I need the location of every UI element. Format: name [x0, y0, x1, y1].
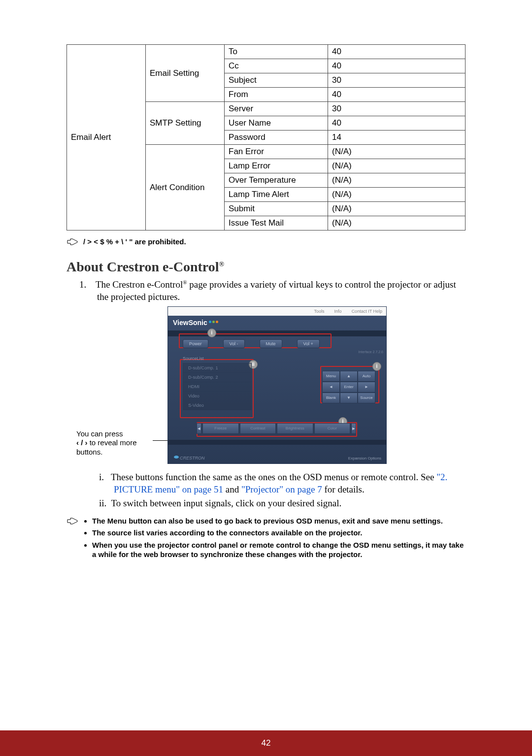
link-contact[interactable]: Contact IT Help	[352, 309, 382, 314]
list-item: ii. To switch between input signals, cli…	[99, 497, 466, 510]
link-tools[interactable]: Tools	[314, 309, 325, 314]
right-button[interactable]: ►	[358, 382, 375, 393]
up-button[interactable]: ▲	[340, 371, 358, 382]
top-links: Tools Info Contact IT Help	[168, 307, 386, 316]
crestron-logo: CRESTRON	[174, 456, 205, 460]
prohibited-chars-note: / > < $ % + \ ' " are prohibited.	[66, 237, 466, 247]
cell-group: SMTP Setting	[146, 102, 225, 145]
pointing-hand-icon	[66, 517, 79, 526]
cell-group: Alert Condition	[146, 145, 225, 230]
reveal-right-button[interactable]: ►	[351, 423, 356, 434]
page-number: 42	[262, 738, 271, 748]
brightness-button[interactable]: Brightness	[277, 423, 313, 434]
reveal-buttons-caption: You can press ‹ / › to reveal more butto…	[76, 429, 153, 457]
interface-version: Interface 2.7.2.6	[358, 350, 383, 354]
page-footer: 42	[0, 730, 532, 756]
mute-button[interactable]: Mute	[260, 339, 282, 348]
link-info[interactable]: Info	[334, 309, 342, 314]
projector-link[interactable]: "Projector" on page 7	[241, 484, 322, 494]
bottom-controls: Freeze Contrast Brightness Color	[202, 423, 350, 434]
power-button[interactable]: Power	[183, 339, 208, 348]
color-button[interactable]: Color	[314, 423, 351, 434]
chevron-icons: ‹ / ›	[76, 438, 88, 447]
contrast-button[interactable]: Contrast	[240, 423, 276, 434]
note-item: The Menu button can also be used to go b…	[92, 517, 466, 526]
callout-badge-i-2: i	[372, 362, 381, 371]
cell-category: Email Alert	[67, 45, 146, 230]
source-item[interactable]: S-Video	[183, 401, 251, 410]
cell-limit: 40	[328, 45, 466, 59]
intro-paragraph: 1. The Crestron e-Control® page provides…	[66, 279, 466, 303]
source-button[interactable]: Source	[358, 393, 375, 403]
note-item: The source list varies according to the …	[92, 528, 466, 538]
osd-dpad: Menu ▲ Auto ◄ Enter ► Blank ▼ Source	[322, 371, 376, 403]
freeze-button[interactable]: Freeze	[202, 423, 239, 434]
menu-button[interactable]: Menu	[322, 371, 340, 382]
note-text: / > < $ % + \ ' " are prohibited.	[83, 237, 186, 246]
source-item[interactable]: Video	[183, 392, 251, 401]
note-item: When you use the projector control panel…	[92, 541, 466, 559]
source-list-label: SourceList	[183, 356, 204, 361]
sub-item-list: i. These buttons function the same as th…	[99, 471, 466, 510]
blank-button[interactable]: Blank	[322, 393, 340, 403]
screenshot-area: You can press ‹ / › to reveal more butto…	[76, 306, 466, 469]
source-list: D-sub/Comp. 1 D-sub/Comp. 2 HDMI Video S…	[183, 363, 252, 410]
input-limits-table: Email Alert Email Setting To 40 Cc40 Sub…	[66, 44, 466, 230]
source-item[interactable]: D-sub/Comp. 2	[183, 373, 251, 382]
cell-field: To	[225, 45, 328, 59]
enter-button[interactable]: Enter	[340, 382, 358, 393]
auto-button[interactable]: Auto	[358, 371, 375, 382]
section-heading: About Crestron e-Control®	[66, 259, 466, 275]
vol-minus-button[interactable]: Vol -	[223, 339, 245, 348]
pointing-hand-icon	[66, 237, 79, 247]
econtrol-screenshot: Tools Info Contact IT Help ViewSonic i i…	[167, 306, 387, 464]
callout-badge-i: i	[207, 329, 216, 337]
vol-plus-button[interactable]: Vol +	[297, 339, 320, 348]
reveal-left-button[interactable]: ◄	[197, 423, 201, 434]
list-item: i. These buttons function the same as th…	[99, 471, 466, 496]
viewsonic-logo: ViewSonic	[173, 319, 219, 327]
expansion-options-link[interactable]: Expansion Options	[348, 456, 381, 460]
source-item[interactable]: HDMI	[183, 382, 251, 392]
cell-group: Email Setting	[146, 45, 225, 102]
additional-notes: The Menu button can also be used to go b…	[66, 517, 466, 562]
page-content: Email Alert Email Setting To 40 Cc40 Sub…	[0, 0, 532, 562]
left-button[interactable]: ◄	[322, 382, 340, 393]
source-item[interactable]: D-sub/Comp. 1	[183, 363, 251, 373]
down-button[interactable]: ▼	[340, 393, 358, 403]
table-row: Email Alert Email Setting To 40	[67, 45, 466, 59]
